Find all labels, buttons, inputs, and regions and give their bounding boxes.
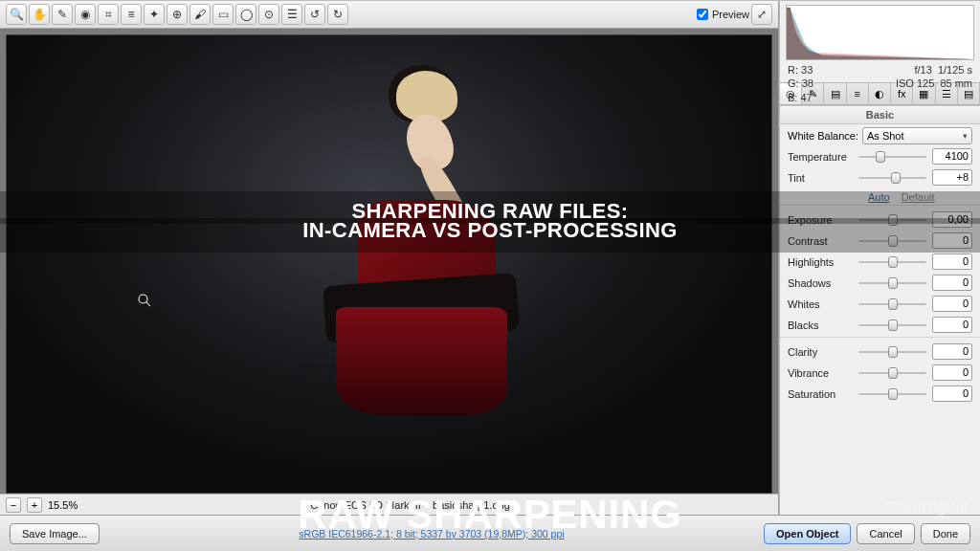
saturation-value[interactable]: 0	[932, 386, 972, 402]
clarity-label: Clarity	[788, 346, 853, 358]
straighten-tool-button[interactable]: ≡	[121, 4, 142, 25]
spot-tool-button[interactable]: ✦	[144, 4, 165, 25]
radial-tool-button[interactable]: ◯	[235, 4, 256, 25]
rotate-cw-tool-button[interactable]: ↻	[327, 4, 348, 25]
app-root: 🔍✋✎◉⌗≡✦⊕🖌▭◯⊙☰↺↻ Preview⤢	[0, 0, 980, 551]
white-balance-value: As Shot	[867, 130, 904, 142]
rotate-ccw-tool-button[interactable]: ↺	[304, 4, 325, 25]
rgb-b: 47	[800, 92, 812, 103]
saturation-slider[interactable]	[858, 387, 926, 401]
tint-value[interactable]: +8	[932, 169, 972, 186]
temperature-slider[interactable]	[858, 150, 926, 164]
main-row: 🔍✋✎◉⌗≡✦⊕🖌▭◯⊙☰↺↻ Preview⤢	[0, 1, 980, 515]
target-tool-button[interactable]: ⊙	[258, 4, 279, 25]
temperature-label: Temperature	[788, 151, 853, 163]
highlights-slider[interactable]	[858, 255, 926, 269]
clarity-row: Clarity0	[780, 342, 980, 364]
subject-skirt	[336, 307, 507, 414]
histogram-panel: R: 33 G: 38 B: 47 f/13 1/125 s ISO 125 8…	[780, 1, 980, 83]
adjust-brush-tool-button[interactable]: 🖌	[189, 4, 211, 25]
shadows-value[interactable]: 0	[932, 275, 972, 291]
tint-slider[interactable]	[858, 171, 926, 185]
exif-focal: 85 mm	[940, 77, 972, 89]
blacks-value[interactable]: 0	[932, 317, 972, 333]
whites-label: Whites	[788, 298, 853, 310]
temperature-value[interactable]: 4100	[932, 148, 972, 165]
basic-section-title: Basic	[780, 105, 980, 124]
rgb-g: 38	[802, 77, 813, 89]
white-balance-label: White Balance:	[788, 130, 858, 142]
exif-fstop: f/13	[914, 64, 931, 76]
canvas-wrap	[0, 29, 778, 494]
whites-row: Whites0	[780, 295, 980, 316]
blacks-slider[interactable]	[858, 319, 926, 332]
hand-tool-button[interactable]: ✋	[29, 4, 50, 25]
sample-tool-button[interactable]: ◉	[75, 4, 96, 25]
zoom-tool-button[interactable]: 🔍	[6, 4, 27, 25]
tint-row: Tint+8	[780, 168, 980, 189]
whites-slider[interactable]	[858, 298, 926, 311]
fullscreen-button[interactable]: ⤢	[751, 4, 772, 25]
exif-shutter: 1/125 s	[938, 64, 972, 76]
shadows-row: Shadows0	[780, 274, 980, 295]
saturation-label: Saturation	[788, 388, 853, 400]
watermark: ShunDigital	[883, 499, 969, 517]
zoom-cursor-icon	[136, 292, 153, 309]
exif-readout: R: 33 G: 38 B: 47 f/13 1/125 s ISO 125 8…	[786, 60, 974, 104]
shadows-slider[interactable]	[858, 276, 926, 290]
shadows-label: Shadows	[788, 277, 853, 289]
highlights-row: Highlights0	[780, 253, 980, 274]
vibrance-row: Vibrance0	[780, 364, 980, 385]
highlights-label: Highlights	[788, 256, 853, 268]
clarity-slider[interactable]	[858, 345, 926, 359]
tint-label: Tint	[788, 172, 853, 184]
histogram-plot[interactable]	[786, 5, 974, 60]
vibrance-value[interactable]: 0	[932, 364, 972, 381]
rgb-r: 33	[801, 64, 813, 76]
basic-panel: Basic White Balance: As Shot ▾ Temperatu…	[780, 105, 980, 515]
white-balance-row: White Balance: As Shot ▾	[780, 124, 980, 147]
crop-tool-button[interactable]: ⌗	[98, 4, 119, 25]
exif-iso: ISO 125	[896, 77, 934, 89]
preview-checkbox[interactable]: Preview	[697, 9, 749, 20]
eyedropper-tool-button[interactable]: ✎	[52, 4, 73, 25]
svg-line-1	[146, 301, 151, 306]
image-canvas[interactable]	[6, 34, 772, 494]
prefs-tool-button[interactable]: ☰	[281, 4, 302, 25]
blacks-row: Blacks0	[780, 316, 980, 337]
saturation-row: Saturation0	[780, 385, 980, 406]
temperature-row: Temperature4100	[780, 147, 980, 168]
whites-value[interactable]: 0	[932, 296, 972, 312]
grad-tool-button[interactable]: ▭	[212, 4, 234, 25]
overlay-title-line3: RAW SHARPENING	[0, 492, 980, 538]
right-panel: R: 33 G: 38 B: 47 f/13 1/125 s ISO 125 8…	[779, 1, 980, 515]
vibrance-slider[interactable]	[858, 366, 926, 380]
top-toolbar: 🔍✋✎◉⌗≡✦⊕🖌▭◯⊙☰↺↻ Preview⤢	[0, 1, 778, 29]
redeye-tool-button[interactable]: ⊕	[167, 4, 188, 25]
overlay-title-line2: IN-CAMERA VS POST-PROCESSING	[0, 218, 980, 253]
clarity-value[interactable]: 0	[932, 343, 972, 360]
highlights-value[interactable]: 0	[932, 253, 972, 270]
white-balance-select[interactable]: As Shot ▾	[862, 127, 972, 144]
chevron-down-icon: ▾	[963, 131, 968, 141]
vibrance-label: Vibrance	[788, 367, 853, 379]
blacks-label: Blacks	[788, 320, 853, 331]
image-area: 🔍✋✎◉⌗≡✦⊕🖌▭◯⊙☰↺↻ Preview⤢	[0, 1, 779, 515]
